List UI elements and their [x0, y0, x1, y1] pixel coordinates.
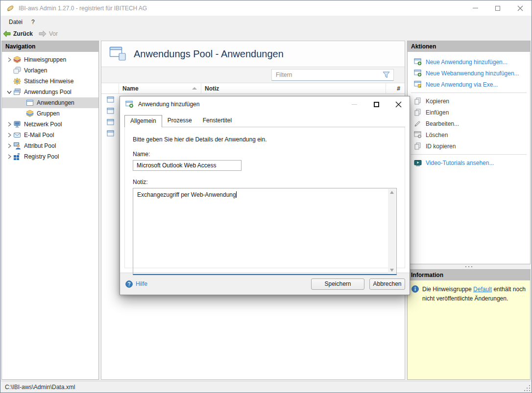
column-count[interactable]: # — [386, 83, 405, 93]
column-notiz[interactable]: Notiz — [201, 83, 386, 93]
application-row-icon — [101, 119, 119, 125]
nav-item-statische-hinweise[interactable]: Statische Hinweise — [2, 76, 98, 87]
nav-item-label: Gruppen — [37, 110, 60, 117]
chevron-right-icon[interactable] — [6, 57, 13, 62]
filter-icon[interactable] — [383, 71, 390, 78]
navigation-header: Navigation — [2, 41, 98, 52]
application-row-icon — [101, 108, 119, 114]
action-label: Neue Anwendung hinzufügen... — [426, 59, 508, 66]
navigation-tree: Hinweisgruppen Vorlagen Statische Hinwei… — [2, 52, 98, 162]
tab-page-allgemein: Bitte geben Sie hier die Details der Anw… — [124, 127, 405, 268]
dialog-controls — [343, 96, 410, 112]
back-arrow-icon — [3, 30, 11, 37]
paste-icon — [413, 109, 422, 116]
chevron-down-icon[interactable] — [6, 91, 13, 94]
menu-help[interactable]: ? — [27, 17, 39, 27]
help-link[interactable]: Hilfe — [125, 280, 147, 288]
dialog-tabstrip: Allgemein Prozesse Fenstertitel — [124, 115, 405, 127]
add-application-dialog: Anwendung hinzufügen Allgemein Prozesse … — [120, 96, 410, 295]
default-group-link[interactable]: Default — [473, 286, 492, 293]
information-text: Die Hinweisgruppe Default enthält noch n… — [422, 285, 526, 303]
scroll-up-icon[interactable] — [390, 191, 394, 194]
tab-fenstertitel[interactable]: Fenstertitel — [197, 115, 237, 127]
column-count-label: # — [397, 85, 400, 92]
resize-grip[interactable] — [524, 385, 530, 391]
forward-button[interactable]: Vor — [39, 30, 58, 37]
tab-allgemein[interactable]: Allgemein — [124, 115, 162, 127]
close-button[interactable] — [509, 0, 532, 16]
information-header: Information — [408, 270, 530, 280]
nav-item-email-pool[interactable]: E-Mail Pool — [2, 130, 98, 140]
info-icon — [411, 285, 419, 293]
nav-item-label: E-Mail Pool — [24, 132, 54, 139]
nav-item-label: Anwendungen — [37, 99, 74, 106]
email-pool-icon — [13, 131, 21, 139]
delete-icon — [413, 131, 422, 139]
cancel-button[interactable]: Abbrechen — [369, 278, 405, 290]
nav-item-vorlagen[interactable]: Vorlagen — [2, 65, 98, 76]
new-application-exe-icon — [413, 81, 422, 88]
new-application-icon — [413, 58, 422, 66]
maximize-button[interactable] — [486, 0, 509, 16]
applications-large-icon — [109, 46, 127, 61]
nav-item-registry-pool[interactable]: Registry Pool — [2, 151, 98, 162]
save-button[interactable]: Speichern — [311, 278, 364, 290]
action-edit[interactable]: Bearbeiten... — [408, 118, 530, 129]
dialog-close-button[interactable] — [387, 96, 410, 112]
name-field[interactable] — [133, 160, 242, 171]
information-body: Die Hinweisgruppe Default enthält noch n… — [408, 280, 530, 379]
notice-group-icon — [13, 56, 21, 64]
action-new-webapplication[interactable]: Neue Webanwendung hinzufügen... — [408, 68, 530, 79]
nav-item-anwendungs-pool[interactable]: Anwendungs Pool — [2, 87, 98, 97]
column-name-label: Name — [122, 85, 139, 92]
dialog-minimize-button[interactable] — [343, 96, 365, 112]
action-paste[interactable]: Einfügen — [408, 107, 530, 118]
action-video-tutorials[interactable]: Video-Tutorials ansehen... — [408, 157, 530, 168]
tab-prozesse[interactable]: Prozesse — [162, 115, 197, 127]
back-label: Zurück — [13, 30, 33, 37]
page-title: Anwendungs Pool - Anwendungen — [134, 48, 284, 60]
nav-item-label: Statische Hinweise — [24, 78, 73, 85]
menu-datei[interactable]: Datei — [4, 17, 27, 27]
chevron-right-icon[interactable] — [6, 122, 13, 127]
action-label: Video-Tutorials ansehen... — [426, 160, 494, 166]
back-button[interactable]: Zurück — [3, 30, 33, 37]
chevron-right-icon[interactable] — [6, 154, 13, 159]
nav-item-hinweisgruppen[interactable]: Hinweisgruppen — [2, 54, 98, 65]
action-copy[interactable]: Kopieren — [408, 95, 530, 107]
title-bar: IBI-aws Admin 1.27.0 - registriert für I… — [0, 0, 532, 16]
action-new-application[interactable]: Neue Anwendung hinzufügen... — [408, 56, 530, 68]
help-icon — [125, 280, 133, 288]
action-copy-id[interactable]: ID kopieren — [408, 140, 530, 152]
minimize-button[interactable] — [464, 0, 486, 16]
info-text-before: Die Hinweisgruppe — [422, 286, 473, 293]
chevron-right-icon[interactable] — [6, 143, 13, 148]
close-icon — [395, 101, 402, 108]
column-name[interactable]: Name — [119, 83, 201, 93]
sort-ascending-icon — [192, 87, 197, 90]
nav-item-label: Registry Pool — [24, 153, 59, 160]
network-pool-icon — [13, 120, 21, 128]
notiz-scrollbar[interactable] — [388, 189, 396, 274]
chevron-right-icon[interactable] — [6, 133, 13, 138]
filter-input[interactable] — [272, 71, 383, 78]
application-row-icon — [101, 96, 119, 103]
nav-item-gruppen[interactable]: Gruppen — [2, 108, 98, 119]
action-delete[interactable]: Löschen — [408, 129, 530, 140]
nav-item-anwendungen[interactable]: Anwendungen — [2, 97, 98, 108]
information-panel: Information Die Hinweisgruppe Default en… — [407, 269, 531, 380]
scroll-down-icon[interactable] — [390, 269, 394, 272]
forward-arrow-icon — [39, 30, 47, 37]
app-window: IBI-aws Admin 1.27.0 - registriert für I… — [0, 0, 532, 393]
action-new-application-via-exe[interactable]: Neue Anwendung via Exe... — [408, 79, 530, 90]
action-label: Neue Anwendung via Exe... — [426, 81, 498, 88]
nav-item-attribut-pool[interactable]: Attribut Pool — [2, 140, 98, 151]
nav-item-netzwerk-pool[interactable]: Netzwerk Pool — [2, 119, 98, 130]
column-notiz-label: Notiz — [205, 85, 219, 92]
notiz-field[interactable]: Exchangezugriff per Web-Anwendung — [133, 188, 397, 275]
forward-label: Vor — [49, 30, 58, 37]
actions-list: Neue Anwendung hinzufügen... Neue Webanw… — [408, 52, 530, 168]
actions-header: Aktionen — [408, 41, 530, 52]
panel-splitter-handle[interactable] — [407, 264, 531, 269]
dialog-maximize-button[interactable] — [365, 96, 387, 112]
